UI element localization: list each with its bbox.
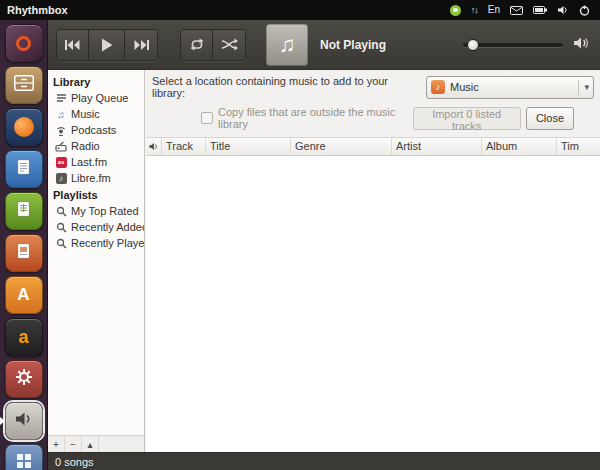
column-header-genre[interactable]: Genre: [291, 138, 392, 155]
launcher-item-libreoffice-calc[interactable]: [5, 192, 43, 230]
copy-files-checkbox[interactable]: [201, 112, 213, 124]
now-playing-label: Not Playing: [320, 38, 386, 52]
eject-button[interactable]: ▴: [82, 436, 99, 452]
location-row: Select a location containing music to ad…: [146, 70, 600, 102]
firefox-icon: [14, 117, 34, 137]
library-section-header: Library: [48, 73, 144, 90]
podcast-icon: [55, 125, 67, 136]
launcher-item-firefox[interactable]: [5, 108, 43, 146]
shuffle-button[interactable]: [213, 30, 245, 60]
sound-icon[interactable]: [557, 2, 569, 18]
sidebar-item-label: My Top Rated: [71, 205, 139, 217]
radio-icon: [55, 141, 67, 152]
sidebar-item-label: Last.fm: [71, 156, 107, 168]
rhythmbox-window: ♫ Not Playing Library Play Queue: [48, 20, 600, 470]
launcher-item-software-center[interactable]: A: [5, 276, 43, 314]
spreadsheet-icon: [17, 201, 30, 221]
sidebar-item-librefm[interactable]: ♪ Libre.fm: [48, 170, 144, 186]
repeat-button[interactable]: [181, 30, 213, 60]
sidebar-item-label: Podcasts: [71, 124, 116, 136]
remove-source-button[interactable]: −: [65, 436, 82, 452]
keyboard-layout-indicator[interactable]: En: [488, 2, 500, 18]
sidebar-item-label: Play Queue: [71, 92, 128, 104]
import-buttons: Import 0 listed tracks Close: [413, 107, 574, 130]
sidebar-item-label: Music: [71, 108, 100, 120]
sidebar-item-label: Recently Played: [71, 237, 144, 249]
close-button[interactable]: Close: [526, 107, 574, 130]
column-header-artist[interactable]: Artist: [392, 138, 482, 155]
sidebar-item-recently-played[interactable]: Recently Played: [48, 235, 144, 251]
play-button[interactable]: [89, 30, 125, 60]
ubuntu-logo-icon: [16, 36, 31, 51]
import-actions-row: Copy files that are outside the music li…: [146, 102, 600, 137]
battery-icon[interactable]: [533, 2, 547, 18]
auto-playlist-icon: [55, 222, 67, 233]
sidebar-item-podcasts[interactable]: Podcasts: [48, 122, 144, 138]
volume-speaker-icon[interactable]: [573, 36, 590, 54]
previous-button[interactable]: [57, 30, 89, 60]
launcher-item-dash-home[interactable]: [5, 24, 43, 62]
player-toolbar: ♫ Not Playing: [48, 20, 600, 70]
column-header-track[interactable]: Track: [162, 138, 206, 155]
music-folder-chooser[interactable]: ♪ Music ▾: [426, 76, 594, 99]
session-power-icon[interactable]: [579, 2, 590, 18]
launcher-item-workspace-switcher[interactable]: [5, 444, 43, 470]
auto-playlist-icon: [55, 206, 67, 217]
sync-arrows-icon[interactable]: ↑↓: [471, 2, 478, 18]
sidebar-item-recently-added[interactable]: Recently Added: [48, 219, 144, 235]
track-table-body: [146, 156, 600, 452]
import-tracks-button[interactable]: Import 0 listed tracks: [413, 107, 521, 130]
file-cabinet-icon: [14, 75, 34, 95]
add-source-button[interactable]: +: [48, 436, 65, 452]
presentation-icon: [17, 243, 30, 263]
column-header-album[interactable]: Album: [482, 138, 557, 155]
next-button[interactable]: [125, 30, 157, 60]
auto-playlist-icon: [55, 238, 67, 249]
transport-controls: [56, 29, 158, 61]
location-value: Music: [450, 81, 573, 93]
playback-mode-controls: [180, 29, 246, 61]
desktop: Rhythmbox ↑↓ En: [0, 0, 600, 470]
sidebar-item-radio[interactable]: Radio: [48, 138, 144, 154]
column-header-title[interactable]: Title: [206, 138, 291, 155]
folder-note-glyph: ♪: [436, 82, 441, 92]
sidebar-item-label: Libre.fm: [71, 172, 111, 184]
volume-slider[interactable]: [463, 43, 563, 47]
now-playing-column-icon[interactable]: [146, 138, 162, 155]
source-sidebar: Library Play Queue ♫ Music Podcasts Radi…: [48, 70, 145, 452]
import-view: Select a location containing music to ad…: [146, 70, 600, 452]
song-count: 0 songs: [55, 456, 94, 468]
librefm-icon: ♪: [55, 173, 67, 184]
column-header-time[interactable]: Tim: [557, 138, 600, 155]
music-folder-icon: ♪: [431, 80, 445, 94]
launcher-item-libreoffice-impress[interactable]: [5, 234, 43, 272]
album-art-placeholder: ♫: [266, 24, 308, 66]
unity-launcher: A a: [0, 20, 48, 470]
launcher-item-libreoffice-writer[interactable]: [5, 150, 43, 188]
chevron-down-icon: ▾: [578, 80, 589, 95]
location-label: Select a location containing music to ad…: [152, 75, 420, 99]
top-panel: Rhythmbox ↑↓ En: [0, 0, 600, 20]
source-list: Library Play Queue ♫ Music Podcasts Radi…: [48, 70, 144, 435]
sidebar-item-play-queue[interactable]: Play Queue: [48, 90, 144, 106]
messages-icon[interactable]: [450, 2, 461, 18]
launcher-item-amazon[interactable]: a: [5, 318, 43, 356]
mail-icon[interactable]: [510, 2, 523, 18]
music-note-icon: ♫: [279, 32, 296, 58]
workspace-grid-icon: [16, 453, 32, 470]
volume-control: [463, 36, 590, 54]
status-bar: 0 songs: [48, 452, 600, 470]
chat-bubble-icon: [450, 5, 461, 16]
sidebar-item-lastfm[interactable]: as Last.fm: [48, 154, 144, 170]
sidebar-item-my-top-rated[interactable]: My Top Rated: [48, 203, 144, 219]
track-table-header: Track Title Genre Artist Album Tim: [146, 137, 600, 156]
launcher-item-files[interactable]: [5, 66, 43, 104]
sidebar-item-music[interactable]: ♫ Music: [48, 106, 144, 122]
indicator-area: ↑↓ En: [450, 2, 600, 18]
volume-slider-handle[interactable]: [467, 39, 479, 51]
music-note-icon: ♫: [55, 109, 67, 120]
amazon-icon: a: [18, 327, 28, 348]
launcher-item-system-settings[interactable]: [5, 360, 43, 398]
launcher-item-rhythmbox[interactable]: [5, 402, 43, 440]
window-title: Rhythmbox: [0, 4, 68, 16]
